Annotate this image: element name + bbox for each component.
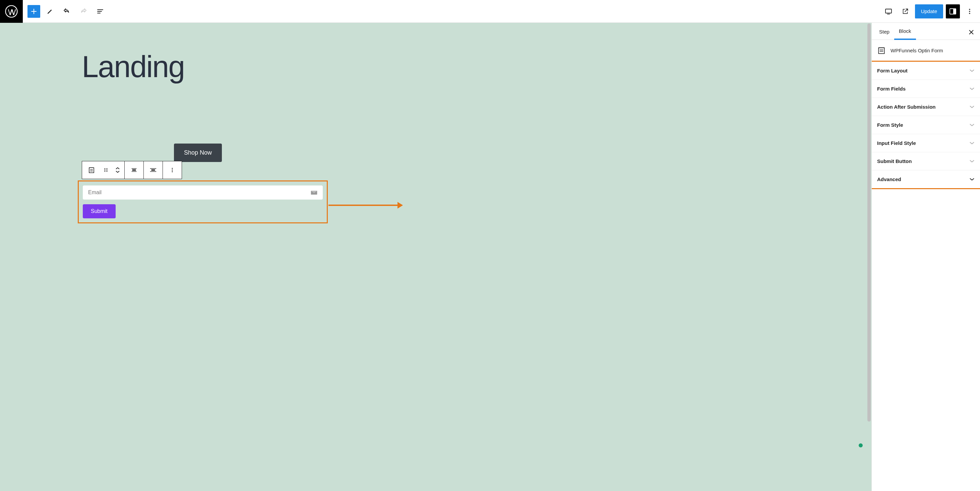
panel-title: Input Field Style [877, 140, 916, 146]
drag-handle[interactable] [101, 161, 111, 179]
shop-now-button[interactable]: Shop Now [174, 143, 222, 162]
view-button[interactable] [881, 4, 896, 18]
svg-rect-3 [953, 9, 956, 14]
svg-point-12 [105, 171, 106, 172]
panel-input-field-style[interactable]: Input Field Style [872, 134, 980, 152]
svg-rect-1 [886, 9, 891, 13]
optin-form-block[interactable]: Submit [78, 180, 328, 223]
form-icon [88, 166, 95, 174]
chevron-down-icon [969, 105, 975, 108]
block-toolbar [82, 161, 182, 179]
redo-icon [80, 7, 88, 16]
drag-icon [103, 167, 108, 173]
settings-sidebar-toggle[interactable] [946, 4, 960, 18]
chevron-down-icon [969, 69, 975, 72]
svg-point-11 [107, 170, 108, 171]
update-button[interactable]: Update [915, 4, 943, 18]
close-sidebar-button[interactable] [967, 27, 976, 37]
tools-button[interactable] [43, 4, 57, 18]
chevron-up-icon [115, 167, 120, 170]
email-input-wrapper [83, 185, 323, 199]
email-input[interactable] [88, 190, 311, 196]
chevron-down-icon [969, 178, 975, 181]
panel-form-layout[interactable]: Form Layout [872, 62, 980, 80]
status-dot [859, 443, 863, 447]
panel-title: Form Layout [877, 68, 908, 73]
more-vertical-icon [966, 7, 974, 16]
options-button[interactable] [963, 4, 977, 18]
align-wide-icon [150, 166, 157, 174]
chevron-down-icon [969, 142, 975, 145]
wordpress-logo[interactable] [0, 0, 23, 23]
block-type-button[interactable] [82, 161, 101, 179]
svg-point-9 [107, 168, 108, 169]
tab-block[interactable]: Block [894, 23, 916, 40]
svg-rect-19 [878, 48, 884, 53]
svg-point-10 [105, 170, 106, 171]
add-block-button[interactable] [27, 5, 40, 18]
panel-action-after-submission[interactable]: Action After Submission [872, 98, 980, 116]
svg-rect-7 [89, 168, 94, 173]
svg-point-4 [969, 9, 970, 10]
form-icon [877, 46, 886, 55]
undo-icon [63, 7, 71, 16]
more-vertical-icon [169, 167, 176, 174]
envelope-icon [311, 190, 317, 195]
panel-title: Submit Button [877, 158, 912, 164]
svg-point-18 [172, 171, 173, 172]
panel-title: Action After Submission [877, 104, 935, 110]
svg-point-6 [969, 13, 970, 14]
chevron-down-icon [969, 87, 975, 91]
editor-topbar: Update [0, 0, 980, 23]
canvas-scrollbar[interactable] [867, 23, 872, 491]
align-center-icon [130, 166, 138, 174]
svg-point-5 [969, 11, 970, 12]
close-icon [968, 29, 974, 35]
panel-form-style[interactable]: Form Style [872, 116, 980, 134]
panel-title: Advanced [877, 176, 901, 182]
svg-point-13 [107, 171, 108, 172]
wordpress-icon [5, 5, 18, 18]
svg-point-8 [105, 168, 106, 169]
external-link-icon [902, 8, 909, 15]
panel-title: Form Style [877, 122, 903, 128]
desktop-icon [885, 7, 892, 16]
tab-step[interactable]: Step [874, 24, 894, 39]
panel-advanced[interactable]: Advanced [872, 171, 980, 188]
editor-canvas[interactable]: Landing Shop Now [0, 23, 872, 491]
chevron-down-icon [115, 171, 120, 173]
panels-highlight: Form Layout Form Fields Action After Sub… [872, 61, 980, 189]
page-title[interactable]: Landing [82, 49, 872, 84]
svg-point-16 [172, 168, 173, 169]
chevron-down-icon [969, 123, 975, 127]
chevron-down-icon [969, 159, 975, 163]
move-block-button[interactable] [111, 161, 124, 179]
panel-title: Form Fields [877, 86, 905, 92]
redo-button[interactable] [76, 4, 91, 18]
settings-sidebar: Step Block WPFunnels Optin Form [872, 23, 980, 491]
block-header: WPFunnels Optin Form [872, 40, 980, 61]
block-options-button[interactable] [163, 161, 181, 179]
sidebar-icon [949, 7, 957, 16]
block-name: WPFunnels Optin Form [891, 48, 943, 53]
preview-button[interactable] [898, 4, 912, 18]
list-view-icon [96, 7, 104, 16]
svg-rect-15 [151, 169, 155, 171]
svg-point-17 [172, 170, 173, 171]
panel-submit-button[interactable]: Submit Button [872, 152, 980, 171]
pencil-icon [46, 8, 54, 15]
align-button-2[interactable] [144, 161, 162, 179]
svg-rect-14 [132, 169, 136, 171]
plus-icon [30, 7, 38, 16]
panel-form-fields[interactable]: Form Fields [872, 80, 980, 98]
undo-button[interactable] [60, 4, 74, 18]
align-button-1[interactable] [125, 161, 143, 179]
submit-button[interactable]: Submit [83, 204, 116, 218]
document-overview-button[interactable] [93, 4, 107, 18]
annotation-arrow [328, 205, 402, 206]
